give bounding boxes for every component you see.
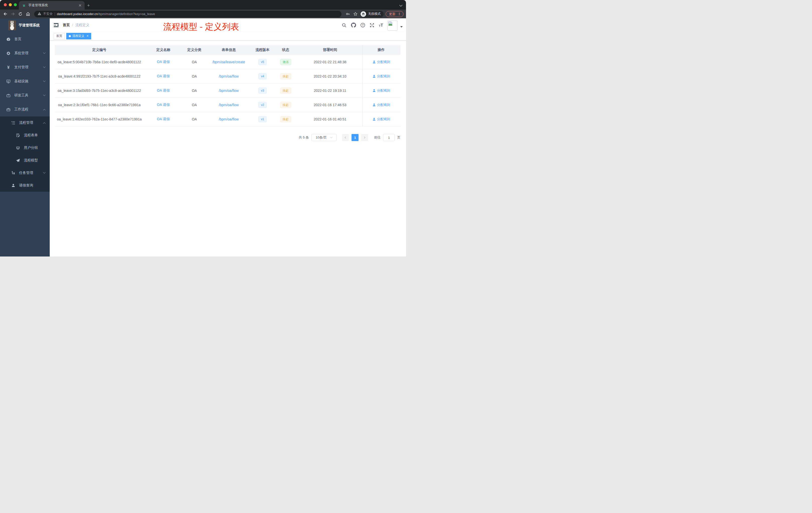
cell-definition-id: oa_leave:3:1fad3d93-7b75-11ec-a3c8-acde4… <box>55 89 144 93</box>
tag-process-definition[interactable]: 流程定义 ✕ <box>66 33 91 39</box>
sidebar-logo[interactable]: 芋道管理系统 <box>0 18 50 32</box>
form-link[interactable]: /bpm/oa/flow <box>219 89 238 93</box>
tab-close-icon[interactable]: ✕ <box>78 3 82 7</box>
definition-name-link[interactable]: OA 请假 <box>157 74 170 79</box>
cell-definition-id: oa_leave:5:004b710b-7b8a-11ec-8ef0-acde4… <box>55 60 144 64</box>
form-link[interactable]: /bpm/oa/flow <box>219 117 238 121</box>
sidebar-item-infrastructure[interactable]: 基础设施 <box>0 74 50 88</box>
sidebar-item-label: 任务管理 <box>19 171 40 175</box>
assign-rule-link[interactable]: 分配规则 <box>372 88 390 93</box>
form-link[interactable]: /bpm/oa/flow <box>219 74 238 78</box>
cell-category: OA <box>183 89 206 93</box>
address-bar[interactable]: 不安全 dashboard.yudao.iocoder.cn/bpm/manag… <box>34 11 342 17</box>
definition-name-link[interactable]: OA 请假 <box>157 117 170 121</box>
status-tag: 激活 <box>280 59 291 65</box>
search-icon[interactable] <box>342 23 347 28</box>
sidebar-item-task-management[interactable]: 任务管理 <box>0 167 50 179</box>
sidebar-item-payment[interactable]: ¥ 支付管理 <box>0 60 50 74</box>
main-area: 流程模型 - 定义列表 首页 / 流程定义 ? <box>50 18 406 256</box>
home-icon[interactable] <box>25 11 31 17</box>
sidebar-collapse-icon[interactable] <box>54 23 58 27</box>
sidebar-item-process-management[interactable]: 流程管理 <box>0 117 50 129</box>
tag-close-icon[interactable]: ✕ <box>86 34 89 38</box>
sidebar-item-system[interactable]: 系统管理 <box>0 46 50 60</box>
logo-rabbit-image <box>8 20 16 30</box>
tab-search-chevron-icon[interactable] <box>399 3 403 7</box>
column-header: 定义名称 <box>144 48 183 52</box>
form-link[interactable]: /bpm/oa/leave/create <box>212 60 245 64</box>
workflow-submenu: 流程管理 流程表单 用户分组 <box>0 117 50 192</box>
table-row: oa_leave:3:1fad3d93-7b75-11ec-a3c8-acde4… <box>55 84 401 98</box>
fullscreen-icon[interactable] <box>370 23 375 28</box>
avatar-broken-image[interactable] <box>387 21 398 31</box>
tab-title: 芋道管理系统 <box>28 3 76 7</box>
tree-list-icon <box>11 121 15 125</box>
tags-view-bar: 首页 流程定义 ✕ <box>50 32 406 40</box>
bookmark-star-icon[interactable] <box>352 11 358 17</box>
minimize-window-button[interactable] <box>9 3 12 6</box>
goto-label: 前往 <box>374 135 381 140</box>
definition-name-link[interactable]: OA 请假 <box>157 103 170 107</box>
assign-rule-link[interactable]: 分配规则 <box>372 117 390 121</box>
chevron-left-icon <box>345 137 347 139</box>
sidebar-item-label: 系统管理 <box>14 51 40 56</box>
back-icon[interactable] <box>2 11 8 17</box>
form-link[interactable]: /bpm/oa/flow <box>219 103 238 107</box>
sidebar-item-process-form[interactable]: 流程表单 <box>0 129 50 142</box>
cell-deploy-time: 2022-01-22 20:34:10 <box>298 74 362 78</box>
sidebar: 芋道管理系统 首页 系统管理 ¥ 支付管理 <box>0 18 50 256</box>
action-label: 分配规则 <box>377 117 390 121</box>
password-key-icon[interactable] <box>345 11 350 17</box>
assign-rule-link[interactable]: 分配规则 <box>372 103 390 107</box>
app-frame: 芋道管理系统 首页 系统管理 ¥ 支付管理 <box>0 18 406 256</box>
github-icon[interactable] <box>351 23 356 28</box>
browser-update-button[interactable]: 更新 ⋮ <box>386 11 404 17</box>
zoom-window-button[interactable] <box>14 3 17 6</box>
definition-name-link[interactable]: OA 请假 <box>157 60 170 64</box>
table-row: oa_leave:4:991f2193-7b7f-11ec-a3c8-acde4… <box>55 69 401 84</box>
goto-page-input[interactable] <box>383 134 395 141</box>
cell-deploy-time: 2022-01-22 21:48:38 <box>298 60 362 64</box>
next-page-button[interactable] <box>361 134 368 141</box>
chevron-up-icon <box>43 109 46 112</box>
app-title: 芋道管理系统 <box>19 23 40 28</box>
cell-definition-id: oa_leave:1:482ec033-762a-11ec-8477-a2380… <box>55 117 144 121</box>
sidebar-item-leave-query[interactable]: 请假查询 <box>0 179 50 192</box>
sidebar-item-label: 请假查询 <box>19 183 45 188</box>
table-row: oa_leave:2:3c1f0ef1-76b1-11ec-9c66-a2380… <box>55 98 401 112</box>
breadcrumb-current: 流程定义 <box>75 23 89 27</box>
prev-page-button[interactable] <box>342 134 349 141</box>
breadcrumb-home-link[interactable]: 首页 <box>63 23 70 27</box>
help-icon[interactable]: ? <box>360 23 365 28</box>
reload-icon[interactable] <box>18 11 23 17</box>
assign-rule-link[interactable]: 分配规则 <box>372 60 390 64</box>
sidebar-item-workflow[interactable]: 工作流程 <box>0 102 50 117</box>
tag-home[interactable]: 首页 <box>54 33 65 39</box>
column-header: 表单信息 <box>206 48 252 52</box>
table-row: oa_leave:5:004b710b-7b8a-11ec-8ef0-acde4… <box>55 55 401 69</box>
sidebar-item-user-group[interactable]: 用户分组 <box>0 142 50 154</box>
flow-tree-icon <box>11 171 15 175</box>
current-page-button[interactable]: 1 <box>351 134 358 141</box>
sidebar-item-home[interactable]: 首页 <box>0 32 50 46</box>
browser-tab[interactable]: 芋道管理系统 ✕ <box>19 1 85 9</box>
font-size-icon[interactable]: TT <box>379 23 383 27</box>
sidebar-item-dev-tools[interactable]: 研发工具 <box>0 88 50 102</box>
sidebar-item-process-model[interactable]: 流程模型 <box>0 154 50 167</box>
definition-name-link[interactable]: OA 请假 <box>157 88 170 93</box>
forward-icon[interactable] <box>10 11 16 17</box>
table-row: oa_leave:1:482ec033-762a-11ec-8477-a2380… <box>55 112 401 126</box>
browser-menu-dots-icon[interactable]: ⋮ <box>398 12 401 16</box>
dashboard-icon <box>6 37 10 41</box>
new-tab-button[interactable]: + <box>87 3 90 8</box>
chevron-up-icon <box>43 122 46 125</box>
avatar-caret-icon[interactable] <box>400 26 403 28</box>
status-tag: 挂起 <box>280 73 291 79</box>
sidebar-item-label: 流程表单 <box>24 133 45 138</box>
page-size-select[interactable]: 10条/页 <box>311 134 337 141</box>
active-dot-icon <box>69 35 71 37</box>
column-header: 定义编号 <box>55 48 144 52</box>
close-window-button[interactable] <box>4 3 7 6</box>
sidebar-item-label: 用户分组 <box>24 146 45 150</box>
assign-rule-link[interactable]: 分配规则 <box>372 74 390 79</box>
